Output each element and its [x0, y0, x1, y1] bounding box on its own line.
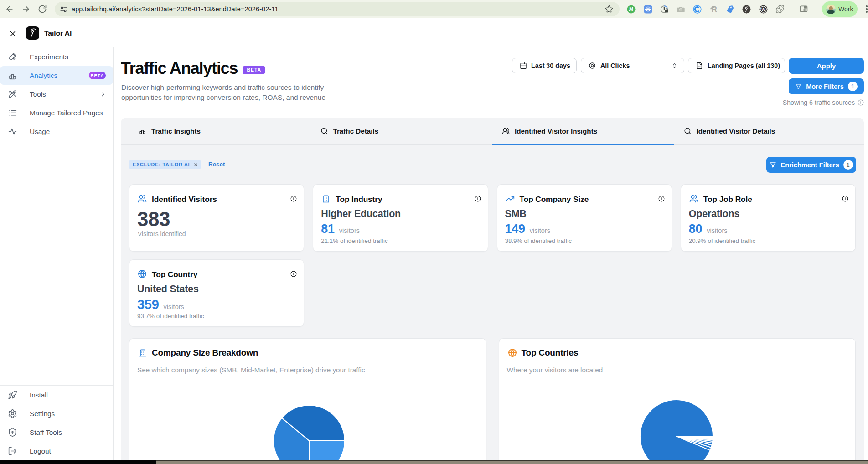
extension-tailor-icon[interactable]: [742, 5, 751, 14]
funnel-icon: [770, 161, 776, 168]
divider: [137, 382, 478, 382]
tailor-logo[interactable]: [26, 26, 39, 40]
showing-sources-text: Showing 6 traffic sources: [783, 99, 855, 106]
info-icon[interactable]: [658, 196, 665, 202]
extension-calendly-icon[interactable]: [693, 5, 702, 14]
trending-up-icon: [506, 194, 515, 203]
address-bar[interactable]: app.tailorhq.ai/analytics?startDate=2026…: [55, 2, 620, 16]
date-range-label: Last 30 days: [531, 62, 570, 69]
activity-icon: [8, 127, 17, 136]
top-country-share: 93.7% of identified traffic: [137, 313, 204, 320]
close-icon[interactable]: [9, 30, 17, 38]
bookmark-star-icon[interactable]: [605, 5, 613, 13]
extension-r-icon[interactable]: R: [710, 5, 718, 14]
page-title: Traffic Analytics: [121, 59, 238, 78]
top-country-number: 359: [137, 297, 159, 312]
sidebar-item-install[interactable]: Install: [0, 386, 113, 404]
sidebar-item-logout[interactable]: Logout: [0, 442, 113, 460]
sidebar-item-label: Install: [30, 391, 48, 399]
top-country-value: United States: [137, 284, 199, 295]
stat-card-top-company-size: Top Company Size SMB 149visitors 38.9% o…: [497, 184, 672, 252]
browser-menu-icon[interactable]: [866, 5, 868, 13]
unit-label: visitors: [530, 227, 550, 234]
remove-filter-icon[interactable]: [193, 162, 198, 167]
sidebar-item-analytics[interactable]: Analytics BETA: [0, 66, 113, 85]
browser-profile-button[interactable]: Work: [822, 1, 858, 17]
card-title: Top Job Role: [703, 195, 752, 204]
logout-icon: [8, 446, 17, 456]
tab-traffic-details[interactable]: Traffic Details: [311, 118, 493, 144]
top-job-role-value: Operations: [689, 208, 740, 220]
shield-icon: [8, 428, 17, 437]
company-size-pie-chart: [259, 391, 359, 464]
tab-traffic-insights[interactable]: Traffic Insights: [129, 118, 311, 144]
info-icon[interactable]: [858, 99, 864, 106]
apply-button[interactable]: Apply: [789, 58, 864, 74]
landing-pages-button[interactable]: Landing Pages (all 130): [688, 58, 785, 73]
tab-identified-visitor-details[interactable]: Identified Visitor Details: [674, 118, 856, 144]
tab-label: Traffic Details: [333, 127, 379, 135]
forward-icon[interactable]: [21, 5, 31, 14]
sidebar-item-manage-tailored-pages[interactable]: Manage Tailored Pages: [0, 103, 113, 122]
extension-snowflake-icon[interactable]: [644, 5, 652, 14]
card-title: Top Company Size: [520, 195, 589, 204]
title-row: Traffic Analytics BETA: [121, 59, 265, 78]
info-icon[interactable]: [475, 196, 481, 202]
file-icon: [696, 62, 703, 69]
extension-camera-icon[interactable]: [677, 5, 685, 14]
tools-icon: [8, 89, 17, 99]
enrichment-filters-count-badge: 1: [843, 160, 853, 170]
filter-chip-row: EXCLUDE: TAILOR AI Reset Enrichment Filt…: [121, 157, 864, 173]
app-header: Tailor AI: [0, 18, 868, 47]
test-tube-icon: [8, 52, 17, 62]
chevron-right-icon: [100, 91, 106, 98]
site-settings-icon[interactable]: [60, 5, 67, 13]
browser-toolbar: app.tailorhq.ai/analytics?startDate=2026…: [0, 0, 868, 18]
calendar-icon: [520, 62, 527, 69]
users-icon: [502, 127, 510, 135]
extension-green-m-icon[interactable]: M: [627, 5, 636, 14]
chart-title: Company Size Breakdown: [152, 348, 258, 358]
sidebar-item-staff-tools[interactable]: Staff Tools: [0, 423, 113, 442]
enrichment-filters-button[interactable]: Enrichment Filters 1: [766, 157, 856, 173]
sidebar-item-label: Settings: [30, 410, 55, 418]
svg-text:W: W: [761, 7, 765, 12]
more-filters-count-badge: 1: [848, 82, 858, 91]
exclude-filter-chip[interactable]: EXCLUDE: TAILOR AI: [129, 160, 202, 169]
top-company-size-value: SMB: [505, 208, 527, 220]
sidebar-item-settings[interactable]: Settings: [0, 404, 113, 423]
back-icon[interactable]: [5, 5, 14, 14]
reset-link[interactable]: Reset: [208, 161, 225, 168]
side-panel-search-icon[interactable]: [799, 5, 808, 14]
stat-cards-row-2: Top Country United States 359visitors 93…: [129, 259, 856, 327]
sidebar-item-tools[interactable]: Tools: [0, 85, 113, 103]
sidebar-item-usage[interactable]: Usage: [0, 122, 113, 141]
tab-bar: Traffic Insights Traffic Details Identif…: [121, 118, 864, 145]
stat-card-top-country: Top Country United States 359visitors 93…: [129, 259, 304, 327]
extension-w-icon[interactable]: W: [759, 5, 768, 14]
top-countries-pie-chart: [625, 385, 728, 464]
more-filters-button[interactable]: More Filters 1: [789, 78, 864, 94]
extension-tag-icon[interactable]: [726, 5, 734, 14]
tab-identified-visitor-insights[interactable]: Identified Visitor Insights: [492, 118, 674, 144]
beta-badge: BETA: [89, 72, 106, 79]
date-range-button[interactable]: Last 30 days: [512, 58, 577, 73]
sidebar-item-experiments[interactable]: Experiments: [0, 47, 113, 66]
stat-card-identified-visitors: Identified Visitors 383 Visitors identif…: [129, 184, 304, 252]
reload-icon[interactable]: [38, 5, 47, 14]
chart-description: See which company sizes (SMB, Mid-Market…: [137, 366, 365, 374]
users-icon: [138, 194, 147, 203]
click-filter-select[interactable]: All Clicks: [581, 58, 684, 73]
unit-label: visitors: [707, 227, 727, 234]
page-description: Discover high-performing keywords and tr…: [121, 82, 326, 102]
extensions-puzzle-icon[interactable]: [775, 5, 785, 14]
info-icon[interactable]: [290, 196, 297, 202]
info-icon[interactable]: [842, 196, 848, 202]
url-text[interactable]: app.tailorhq.ai/analytics?startDate=2026…: [72, 5, 279, 13]
extension-power-lock-icon[interactable]: [660, 5, 669, 14]
chart-card-top-countries: Top Countries Where your visitors are lo…: [499, 338, 856, 464]
globe-icon: [508, 348, 517, 357]
info-icon[interactable]: [290, 271, 297, 277]
building-icon: [138, 348, 147, 357]
identified-visitors-value: 383: [137, 208, 170, 231]
